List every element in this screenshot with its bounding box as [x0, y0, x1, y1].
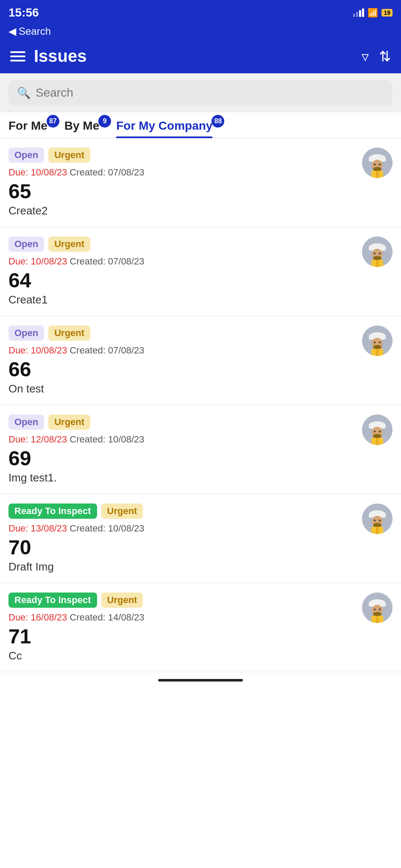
- svg-point-51: [379, 609, 381, 610]
- list-item[interactable]: Open Urgent Due: 12/08/23 Created: 10/08…: [0, 405, 401, 494]
- svg-point-50: [374, 609, 376, 610]
- filter-icon[interactable]: ▿: [362, 48, 369, 65]
- issue-dates: Due: 13/08/23 Created: 10/08/23: [8, 523, 355, 534]
- list-item[interactable]: Ready To Inspect Urgent Due: 13/08/23 Cr…: [0, 494, 401, 583]
- issue-list: Open Urgent Due: 10/08/23 Created: 07/08…: [0, 138, 401, 672]
- avatar: [362, 147, 393, 178]
- svg-point-6: [379, 164, 381, 165]
- svg-rect-35: [376, 438, 379, 445]
- back-nav[interactable]: ◀ Search: [0, 24, 401, 42]
- issue-content: Ready To Inspect Urgent Due: 16/08/23 Cr…: [8, 593, 355, 662]
- svg-point-15: [379, 253, 381, 254]
- svg-point-5: [374, 164, 376, 165]
- svg-point-22: [373, 345, 382, 349]
- issue-dates: Due: 12/08/23 Created: 10/08/23: [8, 434, 355, 445]
- urgency-badge: Urgent: [48, 415, 90, 430]
- issue-content: Open Urgent Due: 10/08/23 Created: 07/08…: [8, 326, 355, 395]
- issue-badges: Open Urgent: [8, 236, 355, 252]
- status-badge: Open: [8, 147, 44, 163]
- issue-content: Ready To Inspect Urgent Due: 13/08/23 Cr…: [8, 504, 355, 573]
- issue-content: Open Urgent Due: 10/08/23 Created: 07/08…: [8, 147, 355, 217]
- avatar: [362, 504, 393, 534]
- due-date: Due: 13/08/23: [8, 523, 67, 534]
- back-arrow-icon: ◀: [8, 25, 16, 37]
- status-badge: Ready To Inspect: [8, 593, 97, 608]
- due-date: Due: 16/08/23: [8, 612, 67, 623]
- issue-badges: Open Urgent: [8, 415, 355, 430]
- tab-by-me[interactable]: By Me 9: [64, 119, 99, 138]
- search-input[interactable]: [36, 86, 384, 100]
- home-indicator: [0, 672, 401, 686]
- svg-point-4: [373, 167, 382, 171]
- search-bar-container: 🔍: [0, 73, 401, 112]
- issue-title: Create2: [8, 204, 355, 217]
- created-date: Created: 07/08/23: [70, 345, 144, 356]
- issue-title: Create1: [8, 293, 355, 306]
- svg-point-23: [374, 342, 376, 343]
- issue-number: 70: [8, 537, 355, 558]
- due-date: Due: 10/08/23: [8, 345, 67, 356]
- tab-by-me-label: By Me: [64, 119, 99, 133]
- created-date: Created: 07/08/23: [70, 256, 144, 267]
- issue-dates: Due: 16/08/23 Created: 14/08/23: [8, 612, 355, 623]
- svg-rect-26: [376, 349, 379, 356]
- issue-title: On test: [8, 382, 355, 395]
- issue-title: Draft Img: [8, 560, 355, 573]
- tab-for-me-label: For Me: [8, 119, 47, 133]
- avatar: [362, 593, 393, 623]
- created-date: Created: 14/08/23: [70, 612, 144, 623]
- status-badge: Open: [8, 236, 44, 252]
- svg-rect-17: [376, 260, 379, 267]
- issue-dates: Due: 10/08/23 Created: 07/08/23: [8, 256, 355, 267]
- created-date: Created: 07/08/23: [70, 167, 144, 178]
- urgency-badge: Urgent: [101, 593, 143, 608]
- issue-badges: Ready To Inspect Urgent: [8, 593, 355, 608]
- svg-point-40: [373, 523, 382, 527]
- status-badge: Ready To Inspect: [8, 504, 97, 519]
- tab-for-me[interactable]: For Me 87: [8, 119, 47, 138]
- svg-point-13: [373, 256, 382, 260]
- tab-for-my-company-badge: 88: [212, 115, 224, 128]
- status-icons: 📶 19: [353, 8, 393, 18]
- issue-number: 64: [8, 270, 355, 291]
- svg-point-41: [374, 520, 376, 521]
- tabs-container: For Me 87 By Me 9 For My Company 88: [0, 112, 401, 138]
- issue-title: Img test1.: [8, 471, 355, 484]
- issue-badges: Ready To Inspect Urgent: [8, 504, 355, 519]
- list-item[interactable]: Open Urgent Due: 10/08/23 Created: 07/08…: [0, 316, 401, 405]
- urgency-badge: Urgent: [48, 326, 90, 341]
- wifi-icon: 📶: [368, 8, 378, 18]
- list-item[interactable]: Ready To Inspect Urgent Due: 16/08/23 Cr…: [0, 583, 401, 672]
- issue-content: Open Urgent Due: 12/08/23 Created: 10/08…: [8, 415, 355, 484]
- avatar: [362, 415, 393, 445]
- tab-for-my-company[interactable]: For My Company 88: [116, 119, 212, 138]
- issue-dates: Due: 10/08/23 Created: 07/08/23: [8, 345, 355, 356]
- home-bar: [158, 679, 243, 682]
- back-nav-label: Search: [19, 25, 51, 37]
- battery-indicator: 19: [382, 9, 393, 17]
- avatar: [362, 236, 393, 267]
- svg-point-31: [373, 434, 382, 438]
- urgency-badge: Urgent: [48, 147, 90, 163]
- created-date: Created: 10/08/23: [70, 523, 144, 534]
- status-badge: Open: [8, 415, 44, 430]
- tab-for-me-badge: 87: [47, 115, 59, 128]
- issue-number: 65: [8, 181, 355, 202]
- app-header: Issues ▿ ⇅: [0, 42, 401, 73]
- status-badge: Open: [8, 326, 44, 341]
- page-title: Issues: [34, 47, 87, 66]
- menu-button[interactable]: [10, 51, 25, 61]
- urgency-badge: Urgent: [48, 236, 90, 252]
- search-bar[interactable]: 🔍: [8, 80, 393, 106]
- list-item[interactable]: Open Urgent Due: 10/08/23 Created: 07/08…: [0, 227, 401, 316]
- svg-point-49: [373, 612, 382, 616]
- issue-badges: Open Urgent: [8, 147, 355, 163]
- issue-content: Open Urgent Due: 10/08/23 Created: 07/08…: [8, 236, 355, 306]
- svg-point-32: [374, 431, 376, 432]
- created-date: Created: 10/08/23: [70, 434, 144, 445]
- sort-icon[interactable]: ⇅: [379, 48, 391, 65]
- list-item[interactable]: Open Urgent Due: 10/08/23 Created: 07/08…: [0, 138, 401, 227]
- header-right: ▿ ⇅: [362, 48, 391, 65]
- avatar: [362, 326, 393, 356]
- svg-point-14: [374, 253, 376, 254]
